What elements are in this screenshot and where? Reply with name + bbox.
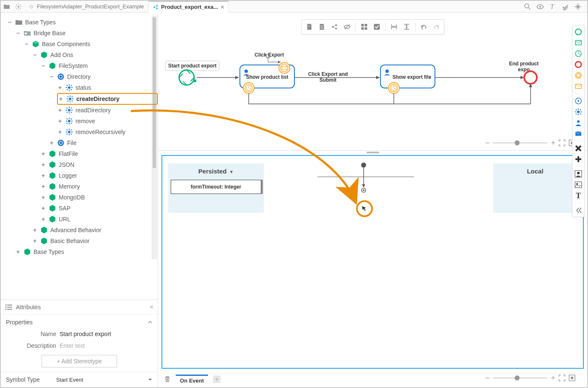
exec-flow: [162, 156, 540, 219]
tree-directory[interactable]: Directory: [49, 71, 158, 82]
tab-on-event[interactable]: On Event: [176, 375, 208, 384]
tree-base-types[interactable]: Base Types: [7, 17, 158, 28]
svg-rect-22: [7, 309, 12, 310]
cursor-icon: [361, 205, 368, 212]
svg-rect-63: [361, 24, 364, 26]
timer-start-icon[interactable]: [574, 49, 583, 58]
tab-active[interactable]: Product_export_exa... ×: [148, 1, 229, 13]
fit-icon[interactable]: [572, 1, 584, 13]
panel-resize-handle[interactable]: [367, 152, 379, 153]
download-icon[interactable]: [303, 21, 315, 33]
gear-icon[interactable]: [574, 107, 583, 116]
tree-file[interactable]: File: [49, 137, 158, 148]
svg-point-50: [524, 71, 537, 84]
undo-icon[interactable]: [418, 21, 429, 33]
tree-flatfile[interactable]: FlatFile: [40, 148, 158, 159]
fullscreen-icon[interactable]: [559, 375, 565, 381]
tree-remove-recursively[interactable]: removeRecursively: [57, 127, 158, 137]
redo-icon[interactable]: [430, 21, 442, 33]
vspace-icon[interactable]: [401, 21, 412, 33]
attributes-close-icon[interactable]: ×: [150, 303, 154, 311]
add-stereotype-button[interactable]: + Add Stereotype: [42, 355, 117, 367]
tree-mongodb[interactable]: MongoDB: [40, 192, 158, 203]
tree-basic-behavior[interactable]: Basic Behavior: [32, 235, 158, 246]
symbol-type-select[interactable]: Start Event: [56, 377, 153, 383]
diagram-area: Start product export Click Export Click …: [158, 13, 587, 387]
settings-icon[interactable]: [13, 1, 24, 13]
user-box-icon[interactable]: [574, 169, 583, 178]
lower-zoom-control[interactable]: − +: [485, 373, 575, 383]
tree-bridge-base[interactable]: Bridge Base: [15, 28, 158, 39]
share-icon[interactable]: [328, 21, 340, 33]
properties-section[interactable]: Properties: [1, 315, 158, 328]
tree-filesystem[interactable]: FileSystem: [40, 60, 158, 71]
chevron-down-icon: [148, 377, 153, 382]
grid-icon[interactable]: [358, 21, 370, 33]
svg-point-83: [577, 74, 580, 78]
collapse-palette-icon[interactable]: [574, 206, 583, 215]
service-circle-icon[interactable]: [574, 96, 583, 106]
trash-icon[interactable]: [164, 376, 171, 383]
tab-inactive-label: FilesystemAdapter_ProductExport_Example: [37, 3, 144, 10]
fit-to-screen-icon[interactable]: [569, 375, 575, 381]
tree-json[interactable]: JSON: [40, 159, 158, 170]
user-icon[interactable]: [574, 118, 583, 127]
tree-read-directory[interactable]: readDirectory: [57, 105, 158, 116]
tree-create-directory[interactable]: createDirectory: [57, 93, 158, 105]
add-tab-button[interactable]: +: [213, 375, 221, 383]
lower-tabs: On Event +: [164, 375, 221, 384]
tree-memory[interactable]: Memory: [40, 181, 158, 192]
svg-point-76: [575, 29, 581, 35]
message-throw-icon[interactable]: [574, 82, 583, 91]
tab-inactive[interactable]: FilesystemAdapter_ProductExport_Example: [24, 1, 148, 13]
sidebar: Base Types Bridge Base Base Components A…: [1, 13, 158, 387]
tree-status[interactable]: status: [57, 82, 158, 93]
name-value[interactable]: Start product export: [60, 331, 153, 337]
search-icon[interactable]: [522, 1, 533, 13]
fullscreen-icon[interactable]: [559, 140, 565, 146]
hide-icon[interactable]: [341, 21, 353, 33]
text-tool-icon[interactable]: T: [547, 1, 559, 13]
tree-logger[interactable]: Logger: [40, 170, 158, 181]
svg-rect-65: [361, 27, 364, 30]
svg-point-1: [154, 6, 155, 8]
tree-sap[interactable]: SAP: [40, 203, 158, 214]
check-icon[interactable]: [371, 21, 382, 33]
text-icon[interactable]: T: [574, 191, 583, 200]
intermediate-event-icon[interactable]: [574, 71, 583, 80]
tree-remove[interactable]: remove: [57, 116, 158, 127]
tree: Base Types Bridge Base Base Components A…: [1, 13, 158, 261]
tree-url[interactable]: URL: [40, 214, 158, 225]
message-start-icon[interactable]: [574, 38, 583, 47]
hspace-icon[interactable]: [388, 21, 400, 33]
svg-point-9: [60, 75, 62, 78]
plus-icon[interactable]: [574, 155, 583, 164]
tree-advanced-behavior[interactable]: Advanced Behavior: [32, 225, 158, 235]
project-icon[interactable]: [1, 1, 13, 13]
tree-base-types-bottom[interactable]: Base Types: [15, 246, 158, 257]
image-icon[interactable]: [574, 180, 583, 189]
svg-point-23: [179, 70, 194, 85]
validate-icon[interactable]: [559, 1, 571, 13]
svg-marker-71: [362, 184, 365, 187]
visibility-icon[interactable]: [534, 1, 546, 13]
svg-point-16: [60, 142, 62, 144]
tab-active-label: Product_export_exa...: [161, 4, 218, 10]
svg-point-21: [5, 309, 7, 310]
envelope-solid-icon[interactable]: [574, 129, 583, 138]
description-input[interactable]: Enter text: [60, 342, 153, 349]
exec-canvas[interactable]: Persisted▼ formTimeout: Integer Local: [161, 155, 584, 369]
document-icon[interactable]: [316, 21, 328, 33]
tree-addons[interactable]: Add Ons: [32, 49, 158, 60]
upper-zoom-control[interactable]: − +: [485, 138, 575, 148]
start-event-icon[interactable]: [574, 27, 583, 36]
tree-base-components[interactable]: Base Components: [23, 39, 158, 49]
svg-point-0: [18, 6, 19, 8]
svg-rect-7: [25, 33, 27, 34]
end-event-icon[interactable]: [574, 60, 583, 69]
svg-text:Show product list: Show product list: [246, 74, 289, 80]
close-icon[interactable]: ×: [221, 4, 224, 10]
x-icon[interactable]: [574, 144, 583, 153]
svg-point-2: [156, 5, 158, 7]
svg-rect-75: [571, 377, 573, 379]
